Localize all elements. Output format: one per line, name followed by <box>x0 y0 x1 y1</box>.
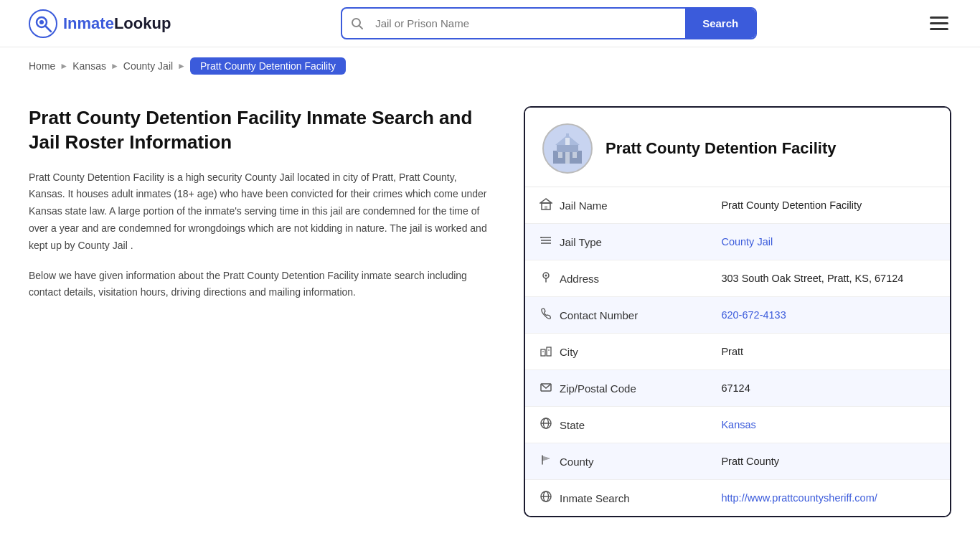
breadcrumb-sep: ► <box>110 61 119 71</box>
table-label-cell: Jail Name <box>525 187 707 224</box>
breadcrumb-home[interactable]: Home <box>29 60 55 72</box>
hamburger-line <box>930 22 948 24</box>
search-bar: Search <box>341 7 757 39</box>
search-input[interactable] <box>372 10 685 37</box>
table-row: Contact Number620-672-4133 <box>525 297 950 334</box>
breadcrumb-kansas[interactable]: Kansas <box>72 60 106 72</box>
svg-rect-24 <box>547 347 551 356</box>
info-table: Jail NamePratt County Detention Facility… <box>525 187 950 516</box>
table-row: CityPratt <box>525 334 950 370</box>
table-value-cell[interactable]: http://www.prattcountysheriff.com/ <box>707 480 950 517</box>
table-value-cell: 303 South Oak Street, Pratt, KS, 67124 <box>707 260 950 297</box>
table-value-cell: 67124 <box>707 370 950 407</box>
svg-rect-7 <box>557 145 578 152</box>
svg-rect-9 <box>565 138 570 145</box>
card-header: Pratt County Detention Facility <box>525 108 950 187</box>
svg-rect-10 <box>558 152 562 158</box>
breadcrumb-sep: ► <box>60 61 68 71</box>
table-value-cell: Pratt County <box>707 443 950 480</box>
breadcrumb-sep: ► <box>177 61 186 71</box>
svg-point-22 <box>545 275 547 277</box>
table-label-cell: Inmate Search <box>525 480 707 517</box>
phone-icon <box>540 307 552 323</box>
table-label-cell: Zip/Postal Code <box>525 370 707 407</box>
breadcrumb: Home ► Kansas ► County Jail ► Pratt Coun… <box>0 47 980 85</box>
table-row: StateKansas <box>525 407 950 443</box>
table-label-cell: Address <box>525 260 707 297</box>
flag-icon <box>540 453 552 469</box>
page-heading: Pratt County Detention Facility Inmate S… <box>29 106 495 155</box>
table-label-cell: County <box>525 443 707 480</box>
table-label-cell: State <box>525 407 707 443</box>
logo-text: InmateLookup <box>63 14 171 33</box>
table-label-cell: City <box>525 334 707 370</box>
svg-line-5 <box>359 25 363 29</box>
table-row: Jail TypeCounty Jail <box>525 224 950 260</box>
info-card: Pratt County Detention Facility Jail Nam… <box>524 106 951 517</box>
logo-icon <box>29 9 57 38</box>
city-icon <box>540 344 552 359</box>
table-row: Jail NamePratt County Detention Facility <box>525 187 950 224</box>
table-label-cell: Contact Number <box>525 297 707 334</box>
table-value-link[interactable]: County Jail <box>721 236 773 248</box>
left-column: Pratt County Detention Facility Inmate S… <box>29 106 495 314</box>
table-row: CountyPratt County <box>525 443 950 480</box>
svg-rect-12 <box>573 152 577 158</box>
table-value-cell[interactable]: County Jail <box>707 224 950 260</box>
svg-marker-15 <box>540 199 552 203</box>
page-description-1: Pratt County Detention Facility is a hig… <box>29 169 495 255</box>
page-description-2: Below we have given information about th… <box>29 268 495 302</box>
svg-rect-26 <box>548 349 550 351</box>
search-icon <box>342 17 372 30</box>
hamburger-menu[interactable] <box>927 14 951 33</box>
card-title: Pratt County Detention Facility <box>606 139 836 158</box>
svg-rect-23 <box>541 349 545 356</box>
table-row: Zip/Postal Code67124 <box>525 370 950 407</box>
table-label-cell: Jail Type <box>525 224 707 260</box>
table-value-link[interactable]: http://www.prattcountysheriff.com/ <box>721 492 877 504</box>
search-web-icon <box>540 490 552 506</box>
globe-icon <box>540 417 552 433</box>
breadcrumb-county-jail[interactable]: County Jail <box>123 60 173 72</box>
hamburger-line <box>930 28 948 30</box>
logo[interactable]: InmateLookup <box>29 9 171 38</box>
facility-image <box>550 131 585 166</box>
table-row: Inmate Searchhttp://www.prattcountysheri… <box>525 480 950 517</box>
building-icon <box>540 197 552 213</box>
table-value-cell: Pratt County Detention Facility <box>707 187 950 224</box>
svg-rect-11 <box>565 152 570 164</box>
table-row: Address303 South Oak Street, Pratt, KS, … <box>525 260 950 297</box>
main-content: Pratt County Detention Facility Inmate S… <box>0 85 980 551</box>
svg-rect-13 <box>566 133 569 136</box>
table-value-link[interactable]: Kansas <box>721 419 755 430</box>
table-value-link[interactable]: 620-672-4133 <box>721 309 786 321</box>
table-value-cell: Pratt <box>707 334 950 370</box>
pin-icon <box>540 270 552 286</box>
svg-rect-16 <box>545 206 547 209</box>
facility-avatar <box>542 123 593 174</box>
svg-point-3 <box>39 20 44 24</box>
list-icon <box>540 234 552 250</box>
mail-icon <box>540 380 552 396</box>
site-header: InmateLookup Search <box>0 0 980 47</box>
table-value-cell[interactable]: Kansas <box>707 407 950 443</box>
hamburger-line <box>930 17 948 19</box>
breadcrumb-current: Pratt County Detention Facility <box>190 57 346 75</box>
svg-rect-25 <box>542 351 544 352</box>
table-value-cell[interactable]: 620-672-4133 <box>707 297 950 334</box>
search-button[interactable]: Search <box>685 9 755 38</box>
